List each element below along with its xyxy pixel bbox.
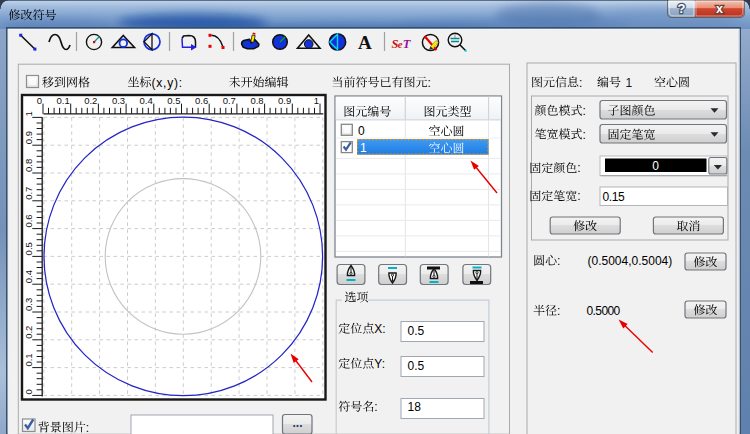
svg-text:x: x: [716, 2, 723, 16]
svg-text::: :: [577, 161, 580, 175]
svg-text::: :: [557, 304, 560, 318]
svg-text::: :: [374, 400, 377, 414]
svg-text:0.7: 0.7: [223, 95, 236, 106]
svg-text:0.8: 0.8: [250, 95, 263, 106]
svg-text:0: 0: [37, 95, 42, 106]
svg-text:Y:: Y:: [374, 357, 385, 371]
svg-text:0.3: 0.3: [23, 298, 34, 311]
svg-text:0.9: 0.9: [278, 95, 291, 106]
svg-text:A: A: [358, 32, 372, 53]
svg-text:0.2: 0.2: [84, 95, 97, 106]
svg-text:0: 0: [652, 159, 659, 173]
svg-text:T: T: [403, 37, 412, 51]
svg-text:0.2: 0.2: [23, 326, 34, 339]
svg-text:0.4: 0.4: [140, 95, 153, 106]
svg-text:0.7: 0.7: [23, 187, 34, 200]
svg-text:1: 1: [23, 111, 34, 116]
svg-text::: :: [428, 76, 431, 90]
svg-text:?: ?: [678, 1, 686, 16]
svg-text:18: 18: [408, 400, 422, 414]
svg-text:0.5000: 0.5000: [587, 304, 621, 318]
svg-text:0.8: 0.8: [23, 159, 34, 172]
svg-text:(x,y):: (x,y):: [152, 76, 183, 90]
svg-text:0.15: 0.15: [603, 190, 625, 204]
svg-text:1: 1: [360, 141, 367, 155]
svg-text::: :: [577, 189, 580, 203]
svg-text:0.5: 0.5: [408, 359, 425, 373]
svg-text:0.6: 0.6: [195, 95, 208, 106]
svg-text:0: 0: [358, 124, 365, 138]
svg-text::: :: [86, 421, 89, 434]
svg-text::: :: [579, 76, 582, 90]
svg-text:0.5: 0.5: [408, 324, 425, 338]
svg-text:1: 1: [314, 95, 319, 106]
svg-text::: :: [557, 254, 560, 268]
svg-text::: :: [583, 104, 586, 118]
svg-text:...: ...: [292, 416, 302, 430]
svg-text:X:: X:: [374, 322, 385, 336]
svg-text:(0.5004,0.5004): (0.5004,0.5004): [588, 254, 673, 268]
svg-text:0.9: 0.9: [23, 131, 34, 144]
svg-text:0.4: 0.4: [23, 270, 34, 283]
svg-text:0.5: 0.5: [167, 95, 180, 106]
svg-text:0.6: 0.6: [23, 214, 34, 227]
svg-text:0: 0: [23, 389, 34, 394]
svg-text:0.1: 0.1: [23, 353, 34, 366]
svg-text:0.1: 0.1: [56, 95, 69, 106]
svg-text:1: 1: [626, 76, 633, 90]
svg-text:0.3: 0.3: [112, 95, 125, 106]
svg-text:0.5: 0.5: [23, 242, 34, 255]
svg-text::: :: [583, 128, 586, 142]
